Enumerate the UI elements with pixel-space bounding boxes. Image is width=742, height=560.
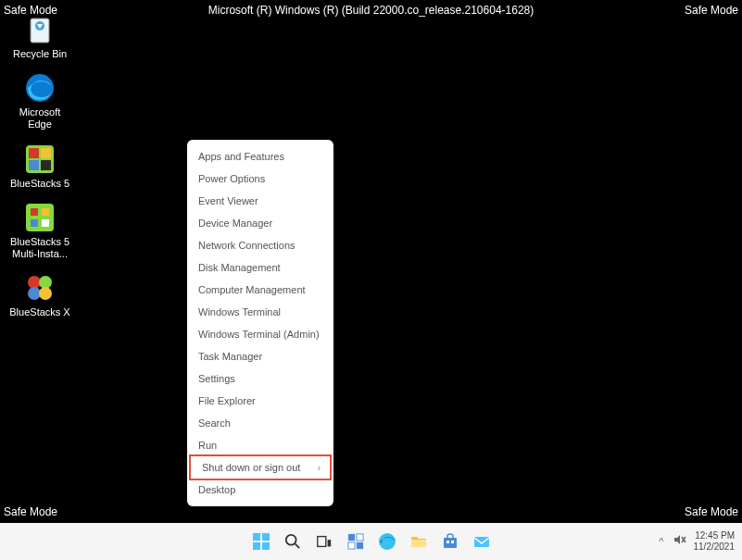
svg-rect-32 bbox=[446, 541, 449, 543]
svg-point-13 bbox=[28, 276, 41, 289]
menu-item-search[interactable]: Search bbox=[187, 412, 333, 434]
svg-rect-33 bbox=[451, 541, 454, 543]
start-button[interactable] bbox=[248, 529, 274, 554]
svg-rect-18 bbox=[262, 533, 270, 541]
svg-rect-17 bbox=[253, 533, 260, 541]
menu-item-computer-management[interactable]: Computer Management bbox=[187, 279, 333, 301]
svg-rect-10 bbox=[42, 208, 49, 216]
task-view-icon[interactable] bbox=[311, 529, 337, 554]
clock-time: 12:45 PM bbox=[695, 530, 735, 541]
file-explorer-taskbar-icon[interactable] bbox=[406, 529, 432, 554]
svg-rect-19 bbox=[253, 542, 260, 550]
build-info: Microsoft (R) Windows (R) (Build 22000.c… bbox=[208, 4, 534, 17]
desktop-icon-bluestacks-5[interactable]: BlueStacks 5 bbox=[7, 143, 72, 190]
svg-rect-30 bbox=[411, 540, 426, 547]
mail-taskbar-icon[interactable] bbox=[469, 529, 495, 554]
winx-context-menu: Apps and Features Power Options Event Vi… bbox=[187, 140, 333, 506]
svg-rect-25 bbox=[347, 534, 354, 541]
svg-rect-8 bbox=[26, 204, 54, 231]
menu-item-apps-features[interactable]: Apps and Features bbox=[187, 145, 333, 168]
desktop-icon-microsoft-edge[interactable]: Microsoft Edge bbox=[7, 71, 72, 131]
svg-rect-31 bbox=[444, 538, 457, 548]
svg-line-22 bbox=[295, 544, 299, 549]
safe-mode-bottom-left: Safe Mode bbox=[4, 505, 57, 518]
menu-item-task-manager[interactable]: Task Manager bbox=[187, 345, 333, 367]
desktop-icon-label: Microsoft Edge bbox=[7, 106, 72, 131]
bluestacks-icon bbox=[23, 143, 57, 176]
svg-point-14 bbox=[39, 276, 52, 289]
search-icon[interactable] bbox=[280, 529, 306, 554]
menu-item-power-options[interactable]: Power Options bbox=[187, 168, 333, 190]
menu-item-device-manager[interactable]: Device Manager bbox=[187, 212, 333, 234]
desktop-icon-recycle-bin[interactable]: Recycle Bin bbox=[7, 13, 72, 60]
tray-overflow-chevron-icon[interactable]: ^ bbox=[659, 536, 663, 547]
svg-rect-11 bbox=[31, 219, 38, 227]
taskbar-system-tray: ^ 12:45 PM 11/2/2021 bbox=[659, 530, 735, 553]
edge-icon bbox=[23, 71, 57, 105]
widgets-icon[interactable] bbox=[343, 529, 369, 554]
taskbar-clock[interactable]: 12:45 PM 11/2/2021 bbox=[694, 530, 736, 553]
edge-taskbar-icon[interactable] bbox=[374, 529, 400, 554]
svg-rect-23 bbox=[317, 537, 325, 547]
desktop-icon-label: Recycle Bin bbox=[13, 48, 67, 60]
bluestacks-x-icon bbox=[23, 271, 57, 305]
safe-mode-bottom-right: Safe Mode bbox=[685, 505, 738, 518]
svg-rect-12 bbox=[42, 219, 49, 227]
recycle-bin-icon bbox=[23, 13, 57, 46]
svg-rect-28 bbox=[356, 542, 362, 549]
desktop-icon-bluestacks-5-multi[interactable]: BlueStacks 5 Multi-Insta... bbox=[7, 201, 72, 260]
svg-rect-26 bbox=[356, 534, 362, 541]
svg-point-16 bbox=[39, 287, 52, 300]
taskbar: ^ 12:45 PM 11/2/2021 bbox=[0, 523, 742, 560]
svg-rect-20 bbox=[262, 542, 270, 550]
taskbar-center bbox=[248, 529, 495, 554]
svg-rect-7 bbox=[41, 160, 51, 170]
volume-icon[interactable] bbox=[672, 532, 686, 551]
desktop-icon-label: BlueStacks 5 bbox=[10, 178, 69, 190]
menu-item-file-explorer[interactable]: File Explorer bbox=[187, 390, 333, 412]
svg-rect-9 bbox=[31, 208, 38, 216]
svg-rect-24 bbox=[327, 540, 331, 546]
menu-item-disk-management[interactable]: Disk Management bbox=[187, 256, 333, 279]
bluestacks-multi-icon bbox=[23, 201, 57, 234]
safe-mode-top-right: Safe Mode bbox=[685, 4, 738, 17]
desktop-icon-bluestacks-x[interactable]: BlueStacks X bbox=[7, 271, 72, 318]
clock-date: 11/2/2021 bbox=[694, 541, 736, 553]
svg-point-21 bbox=[285, 535, 296, 545]
svg-rect-34 bbox=[474, 537, 489, 547]
svg-rect-5 bbox=[41, 148, 51, 158]
desktop-icons-container: Recycle Bin Microsoft Edge BlueStacks 5 … bbox=[7, 13, 72, 318]
svg-point-15 bbox=[28, 287, 41, 300]
menu-item-event-viewer[interactable]: Event Viewer bbox=[187, 190, 333, 212]
svg-rect-4 bbox=[29, 148, 39, 158]
menu-item-network-connections[interactable]: Network Connections bbox=[187, 234, 333, 256]
desktop-icon-label: BlueStacks X bbox=[9, 306, 69, 318]
menu-item-settings[interactable]: Settings bbox=[187, 367, 333, 390]
menu-item-shut-down-sign-out[interactable]: Shut down or sign out bbox=[189, 454, 332, 480]
store-taskbar-icon[interactable] bbox=[437, 529, 463, 554]
menu-item-windows-terminal-admin[interactable]: Windows Terminal (Admin) bbox=[187, 323, 333, 345]
desktop-icon-label: BlueStacks 5 Multi-Insta... bbox=[7, 236, 72, 260]
menu-item-desktop[interactable]: Desktop bbox=[187, 479, 333, 501]
menu-item-run[interactable]: Run bbox=[187, 434, 333, 456]
menu-item-windows-terminal[interactable]: Windows Terminal bbox=[187, 301, 333, 323]
svg-rect-6 bbox=[29, 160, 39, 170]
svg-rect-27 bbox=[347, 542, 354, 549]
